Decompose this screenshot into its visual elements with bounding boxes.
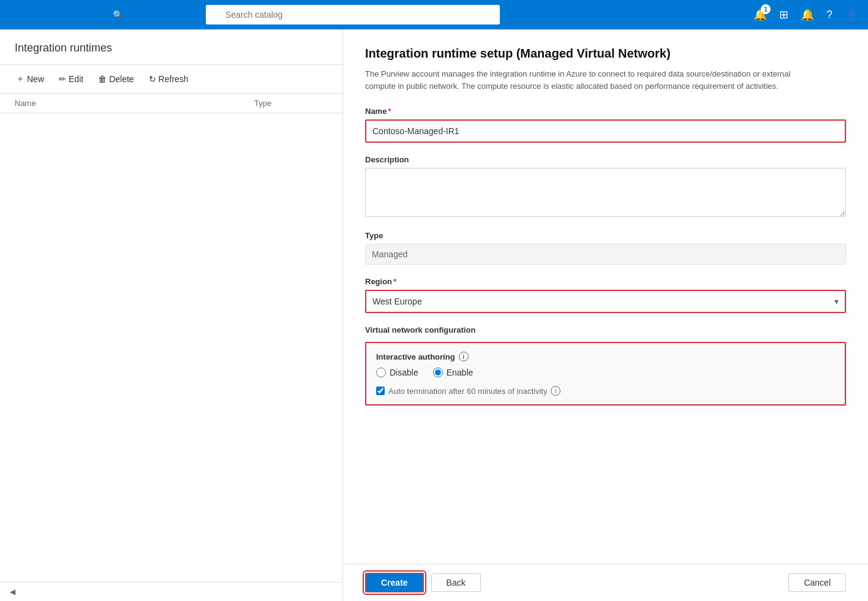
left-panel-title: Integration runtimes bbox=[0, 29, 342, 65]
refresh-button[interactable]: ↻ Refresh bbox=[143, 70, 195, 88]
region-required: * bbox=[393, 277, 396, 286]
new-button[interactable]: ＋ New bbox=[10, 70, 50, 88]
notification-icon[interactable]: 🔔 1 bbox=[753, 8, 767, 21]
edit-label: Edit bbox=[69, 74, 83, 84]
delete-icon: 🗑 bbox=[98, 74, 107, 84]
disable-radio[interactable] bbox=[376, 368, 386, 377]
right-panel: Integration runtime setup (Managed Virtu… bbox=[343, 29, 868, 601]
tenant-icon[interactable]: ⊞ bbox=[779, 8, 788, 21]
toolbar: ＋ New ✏ Edit 🗑 Delete ↻ Refresh bbox=[0, 65, 342, 94]
name-required: * bbox=[388, 107, 391, 116]
cancel-button[interactable]: Cancel bbox=[788, 573, 846, 592]
enable-radio-label[interactable]: Enable bbox=[433, 368, 474, 377]
account-icon[interactable]: 👤 bbox=[845, 8, 858, 21]
search-icon: 🔍 bbox=[113, 10, 123, 20]
right-panel-content: Integration runtime setup (Managed Virtu… bbox=[343, 29, 868, 564]
create-button[interactable]: Create bbox=[365, 573, 424, 592]
refresh-label: Refresh bbox=[159, 74, 189, 84]
panel-title: Integration runtime setup (Managed Virtu… bbox=[365, 47, 846, 61]
name-label: Name* bbox=[365, 107, 846, 116]
table-body bbox=[0, 113, 342, 582]
scroll-left-icon[interactable]: ◀ bbox=[10, 588, 15, 596]
vnet-section-label: Virtual network configuration bbox=[365, 325, 846, 335]
region-select[interactable]: West Europe East US West US North Europe… bbox=[366, 291, 845, 312]
description-label: Description bbox=[365, 155, 846, 164]
delete-label: Delete bbox=[109, 74, 134, 84]
edit-icon: ✏ bbox=[59, 74, 66, 84]
type-label: Type bbox=[365, 231, 846, 240]
type-value: Managed bbox=[365, 244, 846, 265]
description-input[interactable] bbox=[365, 168, 846, 217]
disable-radio-label[interactable]: Disable bbox=[376, 368, 418, 377]
notification-badge: 1 bbox=[761, 4, 771, 14]
right-panel-footer: Create Back Cancel bbox=[343, 564, 868, 601]
enable-radio[interactable] bbox=[433, 368, 443, 377]
new-label: New bbox=[27, 74, 44, 84]
table-header: Name Type bbox=[0, 94, 342, 113]
auto-termination-checkbox[interactable] bbox=[376, 387, 385, 395]
main-area: Integration runtimes ＋ New ✏ Edit 🗑 Dele… bbox=[0, 29, 868, 601]
name-group: Name* bbox=[365, 107, 846, 143]
left-panel-footer: ◀ bbox=[0, 582, 342, 601]
search-wrapper: 🔍 bbox=[108, 5, 500, 25]
interactive-authoring-info-icon[interactable]: i bbox=[459, 352, 469, 361]
left-panel: Integration runtimes ＋ New ✏ Edit 🗑 Dele… bbox=[0, 29, 343, 601]
interactive-authoring-title: Interactive authoring i bbox=[376, 352, 835, 361]
delete-button[interactable]: 🗑 Delete bbox=[92, 70, 140, 88]
disable-label: Disable bbox=[390, 368, 418, 377]
name-input[interactable] bbox=[366, 121, 845, 142]
back-button[interactable]: Back bbox=[431, 573, 481, 592]
interactive-authoring-group: Interactive authoring i Disable Enable bbox=[365, 342, 846, 406]
region-group: Region* West Europe East US West US Nort… bbox=[365, 277, 846, 313]
type-group: Type Managed bbox=[365, 231, 846, 265]
region-label: Region* bbox=[365, 277, 846, 286]
panel-description: The Purview account manages the integrat… bbox=[365, 68, 818, 92]
col-type-header: Type bbox=[254, 99, 328, 108]
radio-group: Disable Enable bbox=[376, 368, 835, 377]
enable-label: Enable bbox=[447, 368, 474, 377]
description-group: Description bbox=[365, 155, 846, 219]
topbar-icons: 🔔 1 ⊞ 🔔 ? 👤 bbox=[753, 8, 858, 21]
help-icon[interactable]: ? bbox=[826, 9, 832, 21]
auto-termination-group: Auto termination after 60 minutes of ina… bbox=[376, 386, 835, 396]
topbar: 🔍 🔔 1 ⊞ 🔔 ? 👤 bbox=[0, 0, 868, 29]
edit-button[interactable]: ✏ Edit bbox=[53, 70, 89, 88]
settings-icon[interactable]: 🔔 bbox=[801, 8, 814, 21]
vnet-section: Virtual network configuration Interactiv… bbox=[365, 325, 846, 406]
auto-termination-label: Auto termination after 60 minutes of ina… bbox=[388, 386, 560, 396]
col-name-header: Name bbox=[15, 99, 254, 108]
auto-termination-info-icon[interactable]: i bbox=[551, 386, 560, 396]
plus-icon: ＋ bbox=[16, 74, 25, 85]
refresh-icon: ↻ bbox=[149, 74, 156, 84]
search-input[interactable] bbox=[206, 5, 500, 25]
